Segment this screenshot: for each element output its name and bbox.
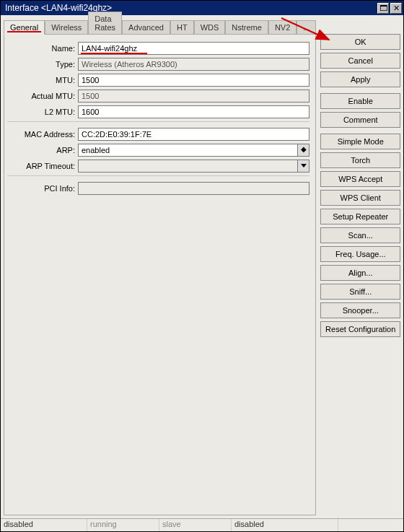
tab-advanced[interactable]: Advanced bbox=[122, 20, 170, 34]
arp-label: ARP: bbox=[7, 146, 78, 154]
general-panel: Name: Type: MTU: Actual MTU: bbox=[4, 34, 316, 515]
tab-more[interactable]: ... bbox=[297, 20, 316, 34]
freq-usage-button[interactable]: Freq. Usage... bbox=[320, 246, 400, 262]
enable-button[interactable]: Enable bbox=[320, 93, 400, 109]
status-empty bbox=[338, 519, 403, 531]
pci-info-label: PCI Info: bbox=[7, 184, 78, 193]
setup-repeater-button[interactable]: Setup Repeater bbox=[320, 209, 400, 224]
separator-1 bbox=[7, 121, 309, 122]
arp-dropdown-button[interactable]: ◆ bbox=[298, 144, 309, 157]
l2-mtu-label: L2 MTU: bbox=[7, 108, 78, 116]
actual-mtu-label: Actual MTU: bbox=[7, 92, 78, 100]
arp-timeout-label: ARP Timeout: bbox=[7, 162, 78, 170]
type-value bbox=[78, 58, 309, 71]
interface-window: Interface <LAN4-wifi24ghz> 🗖 ✕ General W… bbox=[0, 0, 404, 532]
tab-wireless[interactable]: Wireless bbox=[45, 20, 88, 34]
mtu-input[interactable] bbox=[78, 74, 309, 87]
ok-button[interactable]: OK bbox=[320, 34, 400, 50]
snooper-button[interactable]: Snooper... bbox=[320, 302, 400, 318]
wps-client-button[interactable]: WPS Client bbox=[320, 190, 400, 206]
tab-strip: General Wireless Data Rates Advanced HT … bbox=[4, 18, 316, 34]
apply-button[interactable]: Apply bbox=[320, 71, 400, 87]
status-slave: slave bbox=[159, 519, 232, 531]
arp-select[interactable] bbox=[78, 144, 298, 157]
status-disabled-1: disabled bbox=[1, 519, 87, 531]
status-bar: disabled running slave disabled bbox=[1, 518, 403, 531]
cancel-button[interactable]: Cancel bbox=[320, 53, 400, 69]
tab-wds[interactable]: WDS bbox=[194, 20, 226, 34]
sniff-button[interactable]: Sniff... bbox=[320, 284, 400, 300]
torch-button[interactable]: Torch bbox=[320, 152, 400, 168]
scan-button[interactable]: Scan... bbox=[320, 227, 400, 243]
right-button-panel: OK Cancel Apply Enable Comment Simple Mo… bbox=[320, 18, 400, 515]
status-running: running bbox=[87, 519, 159, 531]
tab-nstreme[interactable]: Nstreme bbox=[225, 20, 268, 34]
l2-mtu-input[interactable] bbox=[78, 105, 309, 118]
type-label: Type: bbox=[7, 60, 78, 69]
tab-nv2[interactable]: NV2 bbox=[268, 20, 297, 34]
titlebar: Interface <LAN4-wifi24ghz> 🗖 ✕ bbox=[1, 1, 403, 15]
name-underline bbox=[81, 53, 147, 54]
tab-ht[interactable]: HT bbox=[170, 20, 194, 34]
comment-button[interactable]: Comment bbox=[320, 112, 400, 128]
wps-accept-button[interactable]: WPS Accept bbox=[320, 171, 400, 187]
arp-timeout-dropdown-button[interactable] bbox=[298, 160, 309, 173]
arp-timeout-input[interactable] bbox=[78, 160, 298, 173]
window-body: General Wireless Data Rates Advanced HT … bbox=[1, 15, 403, 518]
separator-2 bbox=[7, 175, 309, 176]
left-panel: General Wireless Data Rates Advanced HT … bbox=[4, 18, 316, 515]
reset-config-button[interactable]: Reset Configuration bbox=[320, 321, 400, 337]
close-button[interactable]: ✕ bbox=[390, 3, 402, 14]
align-button[interactable]: Align... bbox=[320, 265, 400, 281]
minimize-button[interactable]: 🗖 bbox=[377, 3, 389, 14]
mac-input[interactable] bbox=[78, 128, 309, 141]
pci-info-value bbox=[78, 182, 309, 195]
chevron-down-icon bbox=[301, 164, 307, 167]
window-title: Interface <LAN4-wifi24ghz> bbox=[5, 3, 376, 13]
tab-data-rates[interactable]: Data Rates bbox=[88, 12, 122, 34]
status-disabled-2: disabled bbox=[232, 519, 338, 531]
tab-general[interactable]: General bbox=[4, 20, 45, 35]
actual-mtu-value bbox=[78, 90, 309, 103]
name-label: Name: bbox=[7, 44, 78, 53]
mtu-label: MTU: bbox=[7, 76, 78, 84]
mac-label: MAC Address: bbox=[7, 130, 78, 139]
simple-mode-button[interactable]: Simple Mode bbox=[320, 134, 400, 149]
